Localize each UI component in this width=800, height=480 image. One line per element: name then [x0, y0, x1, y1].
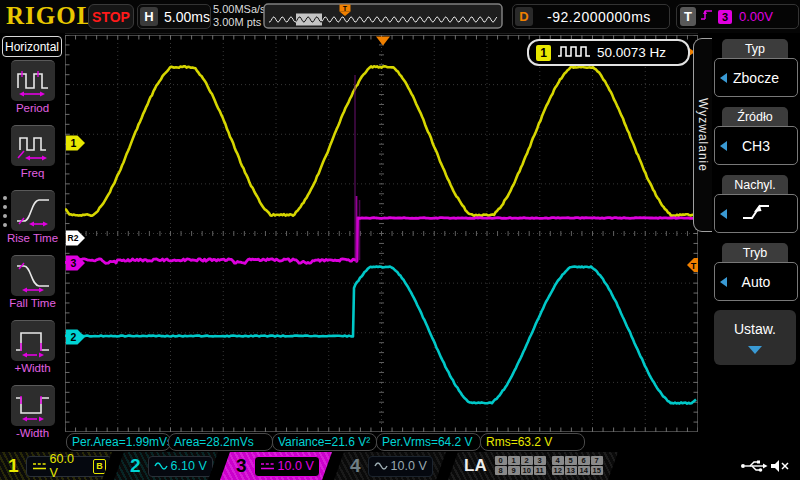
la-digit-4: 4: [552, 456, 564, 465]
trigger-rdo-value: CH3: [742, 138, 770, 154]
run-state-indicator: STOP: [88, 4, 134, 29]
measure-item-label: Fall Time: [0, 297, 65, 309]
measure-item-label: Rise Time: [0, 232, 65, 244]
measure-item--width[interactable]: -Width: [0, 385, 65, 439]
chevron-left-icon: [720, 277, 727, 287]
bandwidth-limit-icon: B: [93, 459, 106, 474]
trigger-menu-value-nachyl[interactable]: [714, 194, 798, 233]
measure-item-rise-time[interactable]: Rise Time: [0, 190, 65, 244]
channel-status-bar: 160.0 VB26.10 V310.0 V410.0 V LA 0123456…: [0, 452, 800, 480]
la-digit-5: 5: [565, 456, 577, 465]
la-digit-14: 14: [578, 466, 590, 475]
measurement-variance[interactable]: Variance=21.6 V²: [272, 433, 377, 451]
delay-box[interactable]: D -92.2000000ms: [512, 4, 670, 29]
la-digit-13: 13: [565, 466, 577, 475]
measurement-rms[interactable]: Rms=63.2 V: [480, 433, 585, 451]
trigger-menu-tab-label: Wyzwalanie: [696, 98, 710, 172]
menu-page-dot: [3, 214, 7, 218]
counter-frequency-value: 50.0073 Hz: [597, 45, 666, 60]
waveform-preview-strip[interactable]: T: [263, 3, 503, 33]
trigger-menu-tab[interactable]: Wyzwalanie: [693, 38, 712, 232]
svg-text:R2: R2: [68, 233, 79, 243]
menu-page-dot: [3, 196, 7, 200]
ac-coupling-icon: [154, 461, 168, 471]
timebase-value: 5.00ms: [164, 9, 210, 25]
square-wave-icon: [557, 44, 591, 62]
chevron-left-icon: [720, 73, 727, 83]
channel-scale-value: 10.0 V: [278, 459, 314, 473]
measure-item-period[interactable]: Period: [0, 60, 65, 114]
dc-coupling-icon: [260, 461, 275, 471]
trigger-status-box[interactable]: T 3 0.00V: [676, 4, 799, 29]
trigger-menu-value-tryb[interactable]: Auto: [714, 262, 798, 301]
channel-scale-value: 6.10 V: [171, 459, 207, 473]
measure-menu-title: Horizontal: [2, 36, 62, 57]
horizontal-timebase-box[interactable]: H 5.00ms: [137, 4, 211, 29]
freq-icon: [11, 125, 55, 166]
rigol-logo: RIGOL: [6, 2, 94, 30]
channel-4-chip[interactable]: 410.0 V: [334, 452, 446, 480]
chevron-left-icon: [720, 209, 727, 219]
pos-width-icon: [11, 320, 55, 361]
trigger-level-value: 0.00V: [739, 9, 773, 24]
delay-icon: D: [515, 7, 533, 26]
trigger-setup-button[interactable]: Ustaw.: [714, 310, 796, 365]
trigger-typ-value: Zbocze: [733, 70, 779, 86]
la-digit-11: 11: [534, 466, 546, 475]
trigger-menu-value-typ[interactable]: Zbocze: [714, 58, 798, 97]
measurement-bar: Per.Area=1.99mVsArea=28.2mVsVariance=21.…: [65, 433, 698, 452]
la-label: LA: [464, 456, 487, 476]
trigger-menu-header-rdo: Źródło: [722, 107, 788, 126]
trigger-source-badge: 3: [718, 10, 732, 24]
la-digit-0: 0: [495, 456, 507, 465]
preview-window[interactable]: [296, 14, 322, 26]
la-digit-15: 15: [591, 466, 603, 475]
measure-item-fall-time[interactable]: Fall Time: [0, 255, 65, 309]
measure-item-label: +Width: [0, 362, 65, 374]
dc-coupling-icon: [32, 461, 47, 471]
trigger-setup-label: Ustaw.: [714, 321, 796, 337]
coupling-icon: [32, 457, 47, 475]
channel-2-chip[interactable]: 26.10 V: [114, 452, 218, 480]
trigger-menu: Wyzwalanie TypZboczeŹródłoCH3Nachyl.Tryb…: [698, 33, 800, 452]
la-digit-8: 8: [495, 466, 507, 475]
svg-text:2: 2: [71, 331, 77, 343]
measurement-per-area[interactable]: Per.Area=1.99mVs: [66, 433, 171, 451]
channel-number: 2: [130, 452, 141, 480]
waveform-display: 1R232T: [65, 35, 698, 432]
measure-item--width[interactable]: +Width: [0, 320, 65, 374]
logic-analyzer-chip[interactable]: LA 0123456789101112131415: [448, 452, 618, 480]
la-digit-9: 9: [508, 466, 520, 475]
trigger-menu-value-rdo[interactable]: CH3: [714, 126, 798, 165]
svg-text:1: 1: [71, 137, 77, 149]
trigger-tryb-value: Auto: [742, 274, 771, 290]
la-digit-2: 2: [521, 456, 533, 465]
chevron-left-icon: [720, 141, 727, 151]
coupling-icon: [260, 457, 275, 475]
measurement-area[interactable]: Area=28.2mVs: [168, 433, 273, 451]
memory-depth: 3.00M pts: [213, 16, 266, 29]
neg-width-icon: [11, 385, 55, 426]
sample-rate-readout: 5.00MSa/s 3.00M pts: [213, 3, 266, 29]
trigger-slope-icon: [700, 8, 714, 26]
channel-3-chip[interactable]: 310.0 V: [220, 452, 332, 480]
trigger-t-icon: T: [680, 7, 696, 26]
measure-item-freq[interactable]: Freq: [0, 125, 65, 179]
measure-item-label: Period: [0, 102, 65, 114]
channel-number: 1: [8, 452, 19, 480]
rising-edge-icon: [741, 201, 771, 226]
period-icon: [11, 60, 55, 101]
ac-coupling-icon: [374, 461, 388, 471]
coupling-icon: [154, 457, 168, 475]
la-digit-3: 3: [534, 456, 546, 465]
counter-channel-badge: 1: [536, 45, 551, 61]
channel-number: 4: [350, 452, 361, 480]
trigger-menu-header-tryb: Tryb: [722, 243, 788, 262]
trigger-menu-header-typ: Typ: [722, 39, 788, 58]
fall-time-icon: [11, 255, 55, 296]
menu-page-dot: [3, 205, 7, 209]
measure-menu: Horizontal PeriodFreqRise TimeFall Time+…: [0, 33, 65, 452]
measurement-per-vrms[interactable]: Per.Vrms=64.2 V: [376, 433, 481, 451]
channel-1-chip[interactable]: 160.0 VB: [0, 452, 112, 480]
la-digit-10: 10: [521, 466, 533, 475]
